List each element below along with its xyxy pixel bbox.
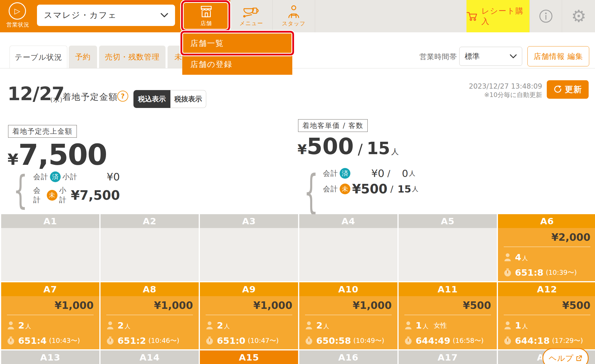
table-name: A12 — [498, 282, 595, 296]
elapsed-time: 650:58 — [316, 335, 351, 346]
menu-item-store-register[interactable]: 店舗の登録 — [182, 54, 292, 75]
auto-refresh-note: ※10分毎に自動更新 — [445, 91, 542, 99]
receipt-purchase-button[interactable]: レシート購入 — [466, 0, 529, 32]
nav-menu-label: メニュー — [239, 20, 263, 27]
start-time: (16:58〜) — [453, 336, 484, 345]
business-hours-value: 標準 — [465, 51, 480, 61]
people-row: 2 人 — [106, 320, 193, 331]
staff-icon — [288, 5, 300, 18]
info-button[interactable] — [529, 0, 562, 32]
separator: / — [387, 168, 390, 178]
elapsed-time: 651:4 — [18, 335, 47, 346]
store-selector-value: スマレジ・カフェ — [44, 10, 117, 21]
elapsed-time: 651:8 — [515, 267, 544, 278]
people-unit: 人 — [522, 322, 528, 330]
table-name: A15 — [200, 350, 298, 364]
people-count: 2 — [18, 320, 25, 331]
table-cell[interactable]: A12 ¥500 1 人 644:18 (17:29〜) — [498, 282, 595, 349]
business-status-page: ▷ 営業状況 スマレジ・カフェ 店舗 — [0, 0, 595, 364]
people-count: 2 — [316, 320, 323, 331]
settings-button[interactable]: ⚙ — [562, 0, 595, 32]
stopwatch-icon — [305, 337, 313, 345]
people-count: 1 — [515, 320, 521, 331]
elapsed-time: 651:2 — [118, 335, 146, 346]
table-cell[interactable]: A4 — [299, 214, 397, 281]
tab-soldout-management[interactable]: 売切・残数管理 — [99, 46, 166, 68]
table-cell[interactable]: A5 — [399, 214, 497, 281]
people-row: 4 人 — [504, 252, 590, 262]
people-row: 2 人 — [7, 320, 94, 331]
help-button[interactable]: ヘルプ — [542, 348, 589, 364]
stopwatch-icon — [504, 337, 512, 345]
tax-included-button[interactable]: 税込表示 — [133, 90, 170, 108]
top-bar: ▷ 営業状況 スマレジ・カフェ 店舗 — [0, 0, 595, 32]
table-name: A2 — [101, 214, 199, 228]
info-icon — [539, 9, 553, 23]
table-cell[interactable]: A17 — [399, 350, 497, 364]
currency-symbol: ¥ — [8, 150, 18, 169]
business-hours-select[interactable]: 標準 — [459, 47, 522, 66]
table-cell[interactable]: A16 — [299, 350, 397, 364]
people-unit: 人 — [412, 185, 419, 193]
people-unit: 人 — [391, 147, 399, 157]
table-cell[interactable]: A8 ¥1,000 2 人 651:2 (10:46〜) — [101, 282, 199, 349]
nav-store[interactable]: 店舗 — [182, 0, 230, 32]
table-amount: ¥500 — [504, 296, 590, 311]
start-time: (10:47〜) — [248, 336, 279, 345]
table-cell[interactable]: A2 — [101, 214, 199, 281]
store-selector[interactable]: スマレジ・カフェ — [37, 5, 175, 26]
unpaid-count: 15 — [396, 183, 411, 195]
table-cell[interactable]: A7 ¥1,000 2 人 651:4 (10:43〜) — [1, 282, 99, 349]
table-cell[interactable]: A15 — [200, 350, 298, 364]
people-note: 女性 — [434, 321, 447, 330]
table-cell[interactable]: A1 — [1, 214, 99, 281]
table-cell[interactable]: A10 ¥1,000 2 人 650:58 (10:49〜) — [299, 282, 397, 349]
time-row: 651:0 (10:47〜) — [206, 335, 292, 346]
play-circle-icon: ▷ — [9, 2, 26, 20]
help-question-icon[interactable]: ? — [117, 91, 128, 102]
person-icon — [404, 321, 412, 330]
tab-reservation[interactable]: 予約 — [69, 46, 97, 68]
nav-store-label: 店舗 — [200, 20, 212, 27]
currency-symbol: ¥ — [298, 142, 307, 157]
table-cell[interactable]: A13 — [1, 350, 99, 364]
coffee-menu-icon — [243, 5, 260, 18]
brace-decoration: { — [13, 167, 28, 213]
nav-menu[interactable]: メニュー — [230, 0, 272, 32]
elapsed-time: 644:18 — [515, 335, 550, 346]
business-status-nav[interactable]: ▷ 営業状況 — [6, 2, 28, 29]
separator: / — [358, 141, 363, 158]
start-time: (10:39〜) — [546, 268, 577, 277]
receipt-purchase-label: レシート購入 — [481, 6, 529, 27]
table-cell[interactable]: A3 — [200, 214, 298, 281]
table-cell[interactable]: A14 — [101, 350, 199, 364]
start-time: (10:46〜) — [148, 336, 179, 345]
people-count: 1 — [416, 320, 422, 331]
menu-item-store-list[interactable]: 店舗一覧 — [182, 33, 292, 54]
stopwatch-icon — [206, 337, 213, 345]
people-count: 4 — [515, 252, 521, 262]
table-cell[interactable]: A9 ¥1,000 2 人 651:0 (10:47〜) — [200, 282, 298, 349]
nav-staff[interactable]: スタッフ — [272, 0, 315, 32]
table-cell[interactable]: A6 ¥2,000 4 人 651:8 (10:39〜) — [498, 214, 595, 281]
elapsed-time: 651:0 — [217, 335, 246, 346]
time-row: 650:58 (10:49〜) — [305, 335, 392, 346]
refresh-button[interactable]: 更新 — [547, 80, 589, 99]
last-updated-timestamp: 2023/12/27 13:48:09 — [445, 82, 542, 91]
cart-icon — [466, 10, 478, 22]
store-dropdown-menu: 店舗一覧 店舗の登録 — [182, 33, 292, 75]
person-icon — [206, 321, 213, 330]
tax-excluded-button[interactable]: 税抜表示 — [170, 90, 206, 108]
per-customer-row-unpaid: 会計 未 ¥500 / 15 人 — [323, 182, 419, 196]
per-customer-amount: ¥ 500 / 15 人 — [298, 133, 399, 159]
people-row: 1 人 女性 — [404, 320, 491, 331]
projected-sales-value: 7,500 — [18, 138, 107, 172]
account-label: 会計 — [33, 172, 48, 182]
table-cell[interactable]: A11 ¥500 1 人 女性 644:49 (16:58〜) — [399, 282, 497, 349]
tab-table-status[interactable]: テーブル状況 — [10, 46, 67, 68]
unpaid-badge: 未 — [340, 184, 350, 194]
account-label: 会計 — [323, 184, 338, 194]
edit-store-info-button[interactable]: 店舗情報 編集 — [527, 46, 589, 66]
subtotal-label: 小計 — [59, 186, 71, 205]
gear-icon: ⚙ — [571, 6, 586, 26]
